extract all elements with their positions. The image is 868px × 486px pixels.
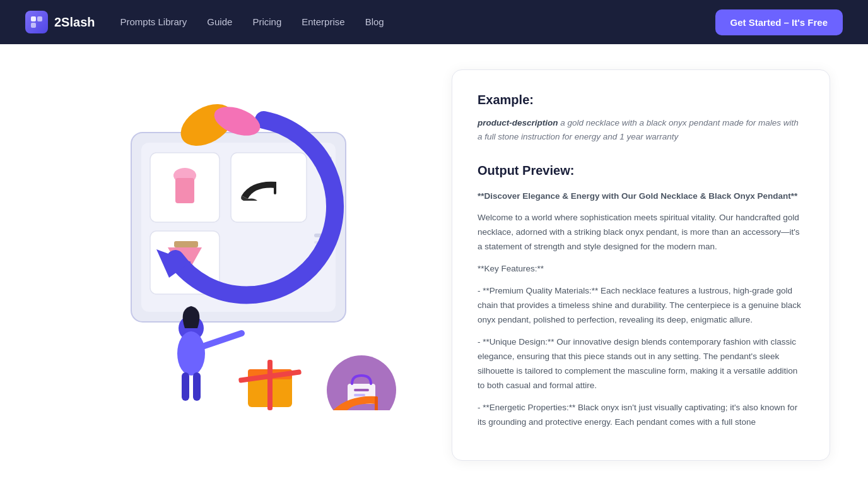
output-body: **Discover Elegance & Energy with Our Go… [478,189,804,430]
illustration-svg [68,82,396,410]
main-content: Example: product-description a gold neck… [0,44,868,486]
svg-rect-10 [274,182,276,194]
svg-rect-12 [174,241,198,247]
nav-item-guide[interactable]: Guide [207,16,232,28]
output-key-features-title: **Key Features:** [478,262,804,276]
logo[interactable]: 2Slash [25,11,95,33]
illustration-wrapper [68,82,396,410]
svg-rect-23 [182,372,189,401]
output-headline: **Discover Elegance & Energy with Our Go… [478,189,804,204]
logo-icon [25,11,48,33]
svg-rect-1 [37,16,42,21]
nav-item-enterprise[interactable]: Enterprise [302,16,344,28]
svg-rect-32 [354,389,369,391]
example-key: product-description [478,118,558,127]
svg-rect-28 [267,360,273,410]
content-card: Example: product-description a gold neck… [452,69,830,461]
svg-rect-34 [375,396,378,410]
cta-button[interactable]: Get Started – It's Free [715,9,843,35]
svg-point-22 [177,331,205,376]
nav-item-pricing[interactable]: Pricing [252,16,281,28]
output-item-2: - **Unique Design:** Our innovative desi… [478,335,804,393]
svg-rect-24 [193,372,201,401]
svg-rect-33 [354,394,365,396]
content-column: Example: product-description a gold neck… [452,69,830,461]
navbar: 2Slash Prompts Library Guide Pricing Ent… [0,0,868,44]
svg-rect-0 [31,16,36,21]
nav-left: 2Slash Prompts Library Guide Pricing Ent… [25,11,384,33]
example-text: product-description a gold necklace with… [478,116,804,145]
example-label: Example: [478,93,804,107]
nav-item-prompts-library[interactable]: Prompts Library [120,16,187,28]
logo-text: 2Slash [54,15,95,30]
output-item-1: - **Premium Quality Materials:** Each ne… [478,284,804,328]
output-item-3: - **Energetic Properties:** Black onyx i… [478,401,804,430]
nav-item-blog[interactable]: Blog [365,16,384,28]
svg-line-25 [204,333,242,346]
output-p1: Welcome to a world where sophistication … [478,211,804,254]
nav-links: Prompts Library Guide Pricing Enterprise… [120,16,384,28]
svg-rect-2 [31,23,36,28]
illustration-column [38,69,426,461]
svg-rect-8 [175,178,194,203]
output-label: Output Preview: [478,163,804,178]
